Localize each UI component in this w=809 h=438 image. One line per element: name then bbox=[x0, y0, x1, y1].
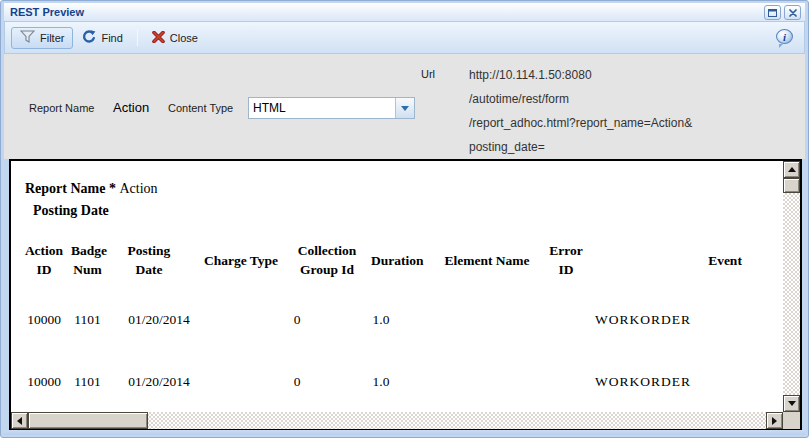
table-cell: WORKORDER bbox=[589, 374, 783, 390]
close-button-label: Close bbox=[170, 32, 198, 44]
scroll-right-button[interactable] bbox=[766, 412, 783, 429]
find-refresh-icon bbox=[82, 30, 96, 46]
arrow-up-icon bbox=[788, 167, 796, 172]
close-x-icon bbox=[152, 31, 165, 45]
horizontal-scrollbar[interactable] bbox=[11, 412, 783, 429]
titlebar: REST Preview bbox=[4, 3, 805, 21]
content-type-label: Content Type bbox=[168, 102, 233, 114]
chevron-down-icon bbox=[401, 106, 409, 111]
form-panel: Report Name Action Content Type HTML Url… bbox=[4, 54, 805, 159]
scroll-down-button[interactable] bbox=[783, 395, 800, 412]
close-button[interactable]: Close bbox=[143, 27, 207, 49]
info-button[interactable]: i bbox=[776, 29, 794, 46]
maximize-icon bbox=[768, 3, 777, 21]
scroll-left-button[interactable] bbox=[11, 412, 28, 429]
scrollbar-corner bbox=[783, 412, 800, 429]
report-name-label: Report Name bbox=[29, 102, 94, 114]
url-value: http://10.114.1.50:8080 /autotime/rest/f… bbox=[469, 63, 692, 159]
report-title-label: Report Name * bbox=[25, 181, 116, 196]
info-icon-tail bbox=[779, 44, 783, 48]
url-label: Url bbox=[421, 68, 435, 80]
close-icon bbox=[789, 3, 797, 21]
report-title-value: Action bbox=[119, 181, 157, 196]
filter-button-label: Filter bbox=[40, 32, 64, 44]
find-button[interactable]: Find bbox=[73, 27, 131, 49]
table-cell: 0 bbox=[293, 374, 371, 390]
table-cell: 10000 bbox=[17, 374, 71, 390]
column-header: Element Name bbox=[431, 251, 543, 270]
column-header: Error ID bbox=[543, 241, 589, 279]
report-title-line: Report Name * Action bbox=[25, 181, 783, 197]
report-header: Report Name * Action Posting Date bbox=[11, 161, 783, 219]
vertical-scrollbar-thumb[interactable] bbox=[783, 178, 800, 193]
table-cell: 01/20/2014 bbox=[117, 374, 201, 390]
report-table-head: Action IDBadge NumPosting DateCharge Typ… bbox=[11, 241, 783, 279]
arrow-left-icon bbox=[17, 417, 22, 425]
table-row: 10000110101/20/201401.0WORKORDER bbox=[11, 351, 783, 412]
column-header: Event bbox=[589, 251, 783, 270]
horizontal-scrollbar-thumb[interactable] bbox=[28, 412, 148, 429]
column-header: Duration bbox=[371, 251, 431, 270]
column-header: Charge Type bbox=[201, 251, 293, 270]
table-cell: 10000 bbox=[17, 312, 71, 328]
column-header: Action ID bbox=[17, 241, 71, 279]
close-window-button[interactable] bbox=[784, 5, 801, 20]
table-cell: 01/20/2014 bbox=[117, 312, 201, 328]
column-header: Posting Date bbox=[117, 241, 201, 279]
combobox-trigger-button[interactable] bbox=[395, 98, 414, 118]
table-cell: 0 bbox=[293, 312, 371, 328]
scroll-up-button[interactable] bbox=[783, 161, 800, 178]
toolbar-separator bbox=[137, 29, 138, 46]
report-subtitle: Posting Date bbox=[33, 203, 783, 219]
column-header: Badge Num bbox=[71, 241, 117, 279]
vertical-scrollbar[interactable] bbox=[783, 161, 800, 412]
table-cell: 1.0 bbox=[371, 374, 431, 390]
find-button-label: Find bbox=[101, 32, 122, 44]
table-row: 10000110101/20/201401.0WORKORDER bbox=[11, 289, 783, 351]
content-type-selected-value: HTML bbox=[249, 98, 395, 118]
info-icon: i bbox=[776, 29, 793, 44]
report-name-value: Action bbox=[113, 100, 149, 115]
table-cell: 1101 bbox=[71, 312, 117, 328]
table-cell: WORKORDER bbox=[589, 312, 783, 328]
content-type-combobox[interactable]: HTML bbox=[248, 97, 415, 119]
window-bottom-edge bbox=[4, 430, 805, 435]
table-cell: 1.0 bbox=[371, 312, 431, 328]
rest-preview-window: REST Preview Filter Find bbox=[0, 0, 809, 438]
report-table-body: 10000110101/20/201401.0WORKORDER10000110… bbox=[11, 289, 783, 412]
filter-funnel-icon bbox=[20, 30, 35, 45]
arrow-right-icon bbox=[772, 417, 777, 425]
window-title: REST Preview bbox=[10, 6, 761, 18]
column-header: Collection Group Id bbox=[293, 241, 371, 279]
report-preview-frame: Report Name * Action Posting Date Action… bbox=[9, 159, 802, 431]
toolbar: Filter Find Close i bbox=[4, 21, 805, 54]
arrow-down-icon bbox=[788, 401, 796, 406]
filter-button[interactable]: Filter bbox=[11, 27, 73, 49]
report-body: Report Name * Action Posting Date Action… bbox=[11, 161, 783, 412]
table-cell: 1101 bbox=[71, 374, 117, 390]
maximize-button[interactable] bbox=[764, 5, 781, 20]
